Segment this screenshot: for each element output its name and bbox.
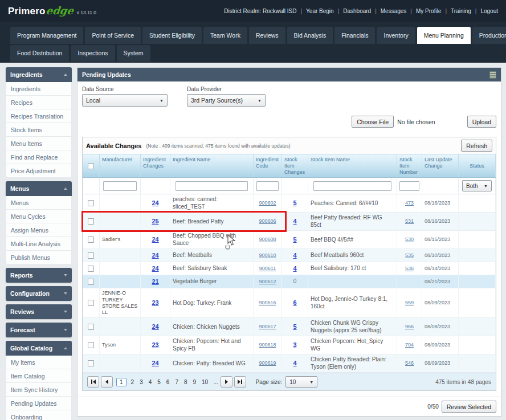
sidebar-item-publish-menus[interactable]: Publish Menus — [6, 251, 72, 264]
grid-icon[interactable] — [489, 71, 496, 79]
stock-item-number-link[interactable]: 535 — [405, 252, 414, 259]
tab-reviews[interactable]: Reviews — [249, 27, 285, 44]
sidebar-item-recipes[interactable]: Recipes — [6, 96, 72, 109]
stock-item-number-link[interactable]: 546 — [405, 360, 414, 366]
ingredient-code-link[interactable]: 900616 — [259, 300, 276, 306]
first-page-button[interactable] — [87, 376, 99, 388]
page-number[interactable]: 3 — [140, 379, 143, 385]
page-number[interactable]: 5 — [157, 379, 161, 385]
stock-item-number-link[interactable]: 531 — [405, 218, 414, 225]
year-begin-link[interactable]: Year Begin — [306, 8, 334, 14]
sidebar-item-my-items[interactable]: My Items — [6, 356, 72, 369]
sidebar-item-item-catalog[interactable]: Item Catalog — [6, 369, 72, 383]
review-selected-button[interactable]: Review Selected — [442, 401, 496, 413]
sidebar-section-forecast[interactable]: Forecast — [6, 323, 72, 337]
my-profile-link[interactable]: My Profile — [416, 8, 441, 14]
sidebar-item-pending-updates[interactable]: Pending Updates — [6, 397, 72, 410]
ingredient-changes-link[interactable]: 24 — [152, 360, 158, 368]
stock-item-changes-link[interactable]: 3 — [293, 341, 296, 349]
stock-item-changes-link[interactable]: 5 — [293, 236, 296, 244]
tab-bid-analysis[interactable]: Bid Analysis — [287, 27, 333, 44]
ingredient-code-link[interactable]: 900611 — [259, 266, 276, 272]
prev-page-button[interactable] — [101, 376, 113, 388]
page-size-select[interactable]: 10 ▼ — [285, 376, 317, 388]
page-number[interactable]: 4 — [149, 379, 152, 385]
training-link[interactable]: Training — [451, 8, 471, 14]
page-number[interactable]: 6 — [166, 379, 170, 385]
messages-link[interactable]: Messages — [381, 8, 407, 14]
ingredient-code-filter-input[interactable] — [256, 181, 279, 191]
ingredient-changes-link[interactable]: 24 — [152, 323, 158, 331]
ingredient-code-link[interactable]: 900617 — [259, 324, 276, 330]
tab-inventory[interactable]: Inventory — [377, 27, 415, 44]
tab-production[interactable]: Production — [472, 27, 506, 44]
ingredient-code-link[interactable]: 900619 — [259, 360, 276, 366]
row-checkbox[interactable] — [88, 279, 94, 285]
sidebar-item-multi-line-analysis[interactable]: Multi-Line Analysis — [6, 237, 72, 251]
stock-item-changes-link[interactable]: 4 — [293, 265, 296, 273]
stock-item-changes-link[interactable]: 5 — [293, 199, 296, 207]
tab-menu-planning[interactable]: Menu Planning — [417, 27, 471, 44]
manufacturer-filter-input[interactable] — [103, 181, 137, 191]
page-number[interactable]: 8 — [184, 379, 187, 385]
stock-item-changes-link[interactable]: 4 — [293, 360, 296, 368]
sidebar-section-menus[interactable]: Menus — [6, 181, 72, 196]
stock-item-changes-link[interactable]: 5 — [293, 323, 296, 331]
sidebar-item-recipes-translation[interactable]: Recipes Translation — [6, 109, 72, 123]
sidebar-section-configuration[interactable]: Configuration — [6, 286, 72, 301]
dashboard-link[interactable]: Dashboard — [343, 8, 371, 14]
sidebar-item-find-and-replace[interactable]: Find and Replace — [6, 150, 72, 164]
row-checkbox[interactable] — [88, 218, 94, 225]
sidebar-section-reviews[interactable]: Reviews — [6, 304, 72, 319]
tab-student-eligibility[interactable]: Student Eligibility — [142, 27, 202, 44]
tab-program-management[interactable]: Program Management — [10, 27, 83, 44]
sidebar-item-assign-menus[interactable]: Assign Menus — [6, 223, 72, 237]
ingredient-changes-link[interactable]: 24 — [152, 265, 158, 273]
sidebar-item-price-adjustment[interactable]: Price Adjustment — [6, 164, 72, 178]
tab-financials[interactable]: Financials — [334, 27, 375, 44]
stock-item-changes-link[interactable]: 4 — [293, 218, 296, 226]
upload-button[interactable]: Upload — [467, 116, 496, 128]
sidebar-section-global-catalog[interactable]: Global Catalog — [6, 341, 72, 356]
ingredient-code-link[interactable]: 900608 — [259, 236, 276, 243]
ingredient-changes-link[interactable]: 23 — [152, 299, 158, 307]
page-ellipsis[interactable]: ... — [213, 379, 218, 385]
tab-food-distribution[interactable]: Food Distribution — [10, 45, 69, 62]
next-page-button[interactable] — [221, 376, 232, 388]
sidebar-item-onboarding[interactable]: Onboarding — [6, 410, 72, 420]
row-checkbox[interactable] — [88, 324, 94, 330]
sidebar-item-ingredients[interactable]: Ingredients — [6, 82, 72, 96]
stock-item-number-link[interactable]: 473 — [405, 200, 414, 206]
ingredient-code-link[interactable]: 900610 — [259, 252, 276, 259]
sidebar-item-menu-items[interactable]: Menu Items — [6, 137, 72, 150]
ingredient-changes-link[interactable]: 21 — [152, 278, 158, 286]
ingredient-code-link[interactable]: 900606 — [259, 218, 276, 225]
row-checkbox[interactable] — [88, 236, 94, 243]
row-checkbox[interactable] — [88, 252, 94, 259]
refresh-button[interactable]: Refresh — [461, 140, 492, 152]
stock-item-changes-link[interactable]: 4 — [293, 252, 296, 260]
data-source-select[interactable]: Local ▼ — [82, 94, 168, 107]
row-checkbox[interactable] — [88, 360, 94, 366]
row-checkbox[interactable] — [88, 200, 94, 206]
stock-item-changes-link[interactable]: 6 — [293, 299, 296, 307]
ingredient-code-link[interactable]: 900612 — [259, 279, 276, 285]
page-number[interactable]: 9 — [193, 379, 197, 385]
logout-link[interactable]: Logout — [480, 8, 498, 14]
page-number[interactable]: 7 — [175, 379, 178, 385]
choose-file-button[interactable]: Choose File — [352, 116, 394, 128]
page-number[interactable]: 2 — [131, 379, 134, 385]
select-all-checkbox[interactable] — [88, 163, 94, 169]
tab-point-of-service[interactable]: Point of Service — [85, 27, 141, 44]
ingredient-code-link[interactable]: 900602 — [259, 200, 276, 206]
sidebar-section-reports[interactable]: Reports — [6, 268, 72, 283]
ingredient-code-link[interactable]: 900618 — [259, 342, 276, 348]
ingredient-name-filter-input[interactable] — [176, 181, 248, 191]
sidebar-item-menu-cycles[interactable]: Menu Cycles — [6, 210, 72, 223]
sidebar-section-ingredients[interactable]: Ingredients — [6, 67, 72, 82]
district-realm-link[interactable]: District Realm: Rockwall ISD — [224, 8, 296, 14]
row-checkbox[interactable] — [88, 300, 94, 306]
tab-system[interactable]: System — [117, 45, 150, 62]
stock-item-number-link[interactable]: 704 — [405, 342, 414, 348]
data-provider-select[interactable]: 3rd Party Source(s) ▼ — [187, 94, 266, 107]
